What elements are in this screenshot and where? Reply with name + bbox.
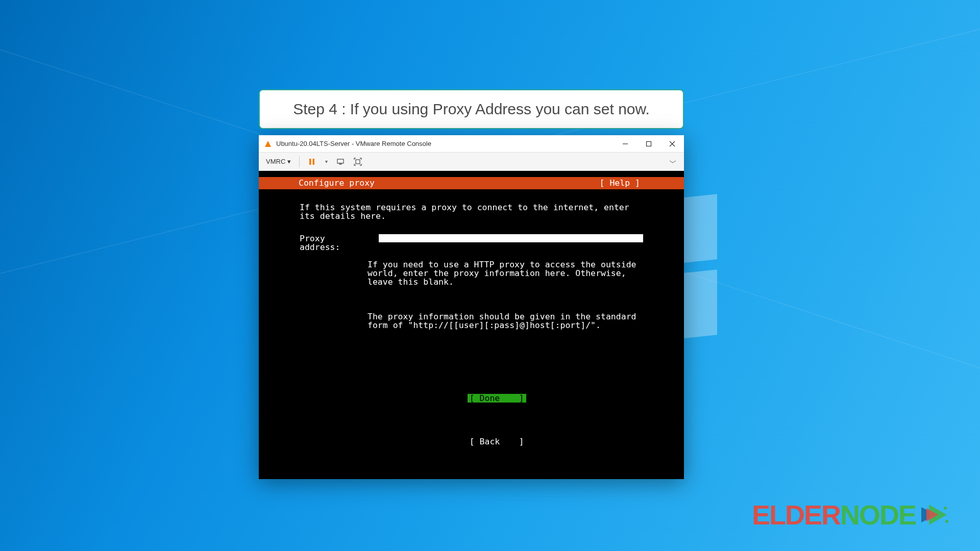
installer-title: Configure proxy xyxy=(263,179,600,188)
chevron-down-icon: ▾ xyxy=(287,158,291,165)
proxy-address-input[interactable] xyxy=(379,234,643,242)
tutorial-step-banner: Step 4 : If you using Proxy Address you … xyxy=(259,89,684,129)
brand-node: NODE xyxy=(840,499,916,530)
svg-point-13 xyxy=(944,507,947,510)
intro-text: If this system requires a proxy to conne… xyxy=(300,203,643,220)
installer-body: If this system requires a proxy to conne… xyxy=(259,189,684,479)
proxy-hint-1: If you need to use a HTTP proxy to acces… xyxy=(368,260,643,286)
vmrc-menu-label: VMRC xyxy=(266,158,285,165)
svg-rect-8 xyxy=(339,163,341,164)
brand-elder: ELDER xyxy=(752,499,840,530)
minimize-button[interactable] xyxy=(614,135,637,153)
help-button[interactable]: [ Help ] xyxy=(600,179,680,188)
svg-rect-6 xyxy=(313,159,315,165)
svg-point-14 xyxy=(945,520,948,523)
close-button[interactable] xyxy=(660,135,684,153)
connection-status-icon[interactable] xyxy=(666,155,680,169)
proxy-address-label: Proxy address: xyxy=(300,234,370,252)
done-button[interactable]: [ Done] xyxy=(468,394,526,403)
brand-play-icon xyxy=(919,502,949,528)
console-top-border xyxy=(259,171,684,177)
ubuntu-installer-console[interactable]: Configure proxy [ Help ] If this system … xyxy=(259,177,684,479)
pause-button[interactable] xyxy=(305,155,319,169)
svg-rect-2 xyxy=(647,141,651,146)
maximize-button[interactable] xyxy=(637,135,660,153)
send-ctrl-alt-del-button[interactable] xyxy=(333,155,348,169)
power-dropdown-button[interactable]: ▾ xyxy=(322,155,330,169)
svg-marker-0 xyxy=(265,141,271,147)
back-label: Back xyxy=(480,437,500,446)
installer-footer-buttons: [ Done] [ Back] xyxy=(259,368,684,472)
eldernode-logo: ELDERNODE xyxy=(752,499,949,531)
proxy-hint-2: The proxy information should be given in… xyxy=(368,312,643,330)
vmware-app-icon xyxy=(264,140,272,148)
svg-rect-9 xyxy=(356,160,360,164)
back-button[interactable]: [ Back] xyxy=(468,437,526,446)
svg-rect-5 xyxy=(309,159,311,165)
window-title: Ubuntu-20.04LTS-Server - VMware Remote C… xyxy=(276,140,614,147)
banner-text: Step 4 : If you using Proxy Address you … xyxy=(293,101,650,118)
toolbar-separator xyxy=(299,156,300,167)
chevron-down-icon: ▾ xyxy=(325,159,328,164)
svg-rect-7 xyxy=(337,159,344,163)
window-titlebar[interactable]: Ubuntu-20.04LTS-Server - VMware Remote C… xyxy=(259,135,684,153)
vmware-remote-console-window: Ubuntu-20.04LTS-Server - VMware Remote C… xyxy=(259,135,684,479)
installer-header: Configure proxy [ Help ] xyxy=(259,177,684,189)
vmrc-menu-button[interactable]: VMRC ▾ xyxy=(263,156,294,167)
done-label: Done xyxy=(480,393,500,403)
fullscreen-button[interactable] xyxy=(351,155,365,169)
vmrc-toolbar: VMRC ▾ ▾ xyxy=(259,153,684,171)
